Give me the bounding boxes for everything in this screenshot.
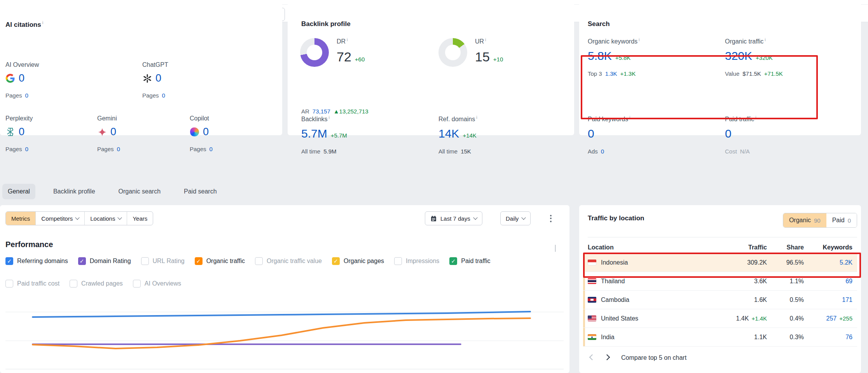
- ar-link[interactable]: 73,157: [313, 108, 330, 115]
- organic-traffic-value[interactable]: 320K: [725, 50, 752, 62]
- info-icon[interactable]: i: [476, 115, 477, 120]
- keywords-link[interactable]: 69: [845, 278, 852, 284]
- ar-row: AR 73,157 ▲13,252,713: [301, 108, 369, 115]
- chart-line-referring-domains: [33, 312, 530, 317]
- ai-citations-card: AI citationsi AI Overview 0 Pages 0 Chat…: [0, 0, 282, 135]
- divider: [588, 237, 857, 237]
- info-icon[interactable]: i: [329, 115, 330, 120]
- checkbox-referring-domains[interactable]: ✓Referring domains: [5, 257, 68, 265]
- chevron-down-icon: [522, 215, 526, 220]
- compare-top5-label[interactable]: Compare top 5 on chart: [621, 354, 686, 361]
- paid-keywords-value[interactable]: 0: [588, 128, 594, 139]
- info-icon[interactable]: i: [765, 37, 765, 42]
- organic-paid-toggle: Organic 90 Paid 0: [783, 213, 857, 228]
- segment-competitors[interactable]: Competitors: [35, 212, 84, 225]
- openai-icon: [142, 73, 152, 83]
- info-icon[interactable]: i: [755, 115, 756, 120]
- checkbox-crawled-pages[interactable]: ✓Crawled pages: [70, 280, 123, 288]
- organic-keywords-value[interactable]: 5.8K: [588, 50, 612, 62]
- date-range-button[interactable]: Last 7 days: [425, 211, 482, 225]
- ai-citations-title: AI citationsi: [5, 20, 43, 29]
- dr-donut: [300, 38, 329, 67]
- checkbox-organic-pages[interactable]: ✓Organic pages: [332, 257, 384, 265]
- chevron-right-icon: [604, 354, 610, 360]
- tab-organic-search[interactable]: Organic search: [113, 184, 166, 199]
- info-icon[interactable]: i: [485, 37, 486, 42]
- chevron-down-icon: [75, 215, 80, 220]
- table-row-united-states[interactable]: United States 1.4K+1.4K 0.4% 257+255: [583, 309, 857, 328]
- next-page-button[interactable]: [603, 354, 611, 362]
- checkbox-paid-traffic-cost[interactable]: ✓Paid traffic cost: [5, 280, 59, 288]
- keywords-link[interactable]: 257: [826, 315, 837, 322]
- copilot-block: Copilot 0 Pages 0: [190, 115, 213, 152]
- united-states-flag-icon: [588, 315, 596, 321]
- info-icon[interactable]: i: [42, 20, 43, 25]
- section-tabs: General Backlink profile Organic search …: [2, 183, 222, 200]
- table-row-cambodia[interactable]: Cambodia 1.6K 0.5% 171: [583, 291, 857, 309]
- checkbox-url-rating[interactable]: ✓URL Rating: [141, 257, 185, 265]
- tab-paid-search[interactable]: Paid search: [178, 184, 222, 199]
- tab-general[interactable]: General: [2, 184, 35, 199]
- chevron-down-icon: [473, 215, 477, 220]
- info-icon[interactable]: i: [639, 37, 639, 42]
- backlinks-alltime: 5.9M: [323, 148, 336, 155]
- checkbox-organic-traffic-value[interactable]: ✓Organic traffic value: [255, 257, 322, 265]
- paid-traffic-value[interactable]: 0: [725, 128, 732, 139]
- chatgpt-block: ChatGPT 0 Pages 0: [142, 61, 168, 99]
- india-flag-icon: [588, 334, 596, 340]
- thailand-flag-icon: [588, 278, 596, 284]
- ai-overview-value: 0: [19, 73, 24, 84]
- checkbox-ai-overviews[interactable]: ✓AI Overviews: [133, 280, 181, 288]
- ai-overview-block: AI Overview 0 Pages 0: [5, 61, 39, 99]
- location-table-header: Location Traffic Share Keywords: [588, 242, 857, 253]
- pages-link[interactable]: 0: [25, 146, 28, 152]
- pages-link[interactable]: 0: [162, 92, 165, 99]
- top3-link[interactable]: 1.3K: [605, 70, 617, 77]
- ref-domains-delta: +14K: [463, 132, 476, 139]
- toggle-organic[interactable]: Organic 90: [783, 213, 826, 227]
- segment-years[interactable]: Years: [127, 212, 153, 225]
- pages-link[interactable]: 0: [210, 146, 213, 152]
- previous-page-button[interactable]: [588, 354, 596, 362]
- ref-domains-value[interactable]: 14K: [438, 128, 459, 139]
- backlinks-value[interactable]: 5.7M: [301, 128, 327, 139]
- segment-metrics[interactable]: Metrics: [6, 212, 35, 225]
- checkbox-organic-traffic[interactable]: ✓Organic traffic: [195, 257, 245, 265]
- tab-backlink-profile[interactable]: Backlink profile: [48, 184, 101, 199]
- pages-link[interactable]: 0: [117, 146, 120, 152]
- paid-traffic-block: Paid traffici 0 Cost N/A: [725, 115, 756, 155]
- chevron-down-icon: [118, 215, 122, 220]
- ads-link[interactable]: 0: [601, 148, 604, 155]
- ur-block: URi 15 +10: [475, 37, 503, 63]
- checkbox-impressions[interactable]: ✓Impressions: [394, 257, 439, 265]
- chatgpt-value: 0: [155, 73, 161, 84]
- keywords-link[interactable]: 76: [845, 334, 852, 340]
- pages-link[interactable]: 0: [25, 92, 28, 99]
- info-icon[interactable]: i: [347, 37, 348, 42]
- perplexity-value: 0: [19, 127, 24, 137]
- info-icon[interactable]: i: [629, 115, 630, 120]
- keywords-link[interactable]: 5.2K: [840, 259, 852, 266]
- table-row-india[interactable]: India 1.1K 0.3% 76: [583, 328, 857, 347]
- ref-domains-block: Ref. domainsi 14K +14K All time 15K: [438, 115, 477, 155]
- dr-value: 72: [337, 50, 351, 63]
- dr-block: DRi 72 +60: [337, 37, 365, 63]
- organic-keywords-delta: +5.8K: [615, 54, 631, 61]
- search-title: Search: [588, 20, 610, 28]
- keywords-link[interactable]: 171: [842, 296, 852, 303]
- collapse-section-button[interactable]: [554, 243, 557, 253]
- segment-locations[interactable]: Locations: [84, 212, 127, 225]
- checkbox-paid-traffic[interactable]: ✓Paid traffic: [449, 257, 490, 265]
- toggle-paid[interactable]: Paid 0: [826, 213, 857, 227]
- perplexity-icon: [5, 127, 15, 137]
- organic-traffic-delta: +320K: [756, 54, 773, 61]
- more-options-kebab-icon[interactable]: [546, 211, 556, 225]
- granularity-button[interactable]: Daily: [500, 211, 531, 225]
- chevron-up-icon: [555, 245, 555, 252]
- backlink-profile-card: Backlink profile DRi 72 +60 AR 73,157 ▲1…: [288, 0, 574, 135]
- table-row-indonesia[interactable]: Indonesia 309.2K 96.5% 5.2K: [583, 253, 857, 272]
- table-row-thailand[interactable]: Thailand 3.6K 1.1% 69: [583, 272, 857, 291]
- organic-keywords-block: Organic keywordsi 5.8K +5.8K Top 3 1.3K …: [588, 37, 640, 77]
- checkbox-domain-rating[interactable]: ✓Domain Rating: [78, 257, 131, 265]
- backlinks-delta: +5.7M: [331, 132, 347, 139]
